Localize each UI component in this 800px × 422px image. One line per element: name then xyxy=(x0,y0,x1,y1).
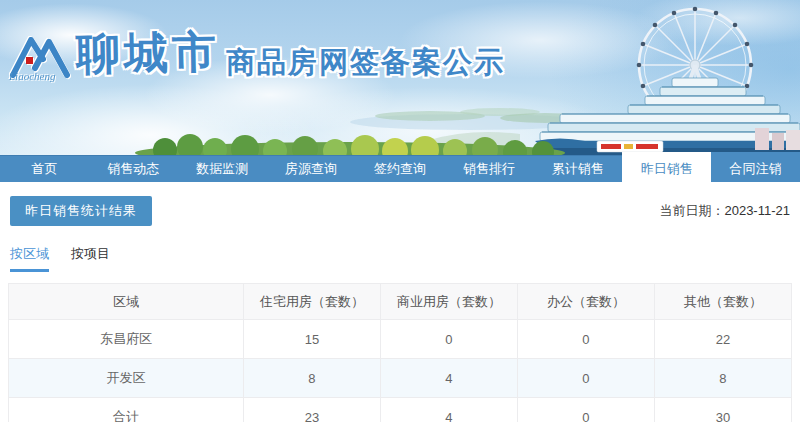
nav-item-home[interactable]: 首页 xyxy=(0,156,89,182)
section-title-badge: 昨日销售统计结果 xyxy=(10,196,152,226)
cell-value: 22 xyxy=(654,320,791,359)
col-header-residential: 住宅用房（套数） xyxy=(243,284,380,320)
main-content: 昨日销售统计结果 当前日期：2023-11-21 按区域 按项目 区域 住宅用房… xyxy=(0,182,800,422)
cell-value: 0 xyxy=(380,320,517,359)
cell-value: 15 xyxy=(243,320,380,359)
cell-region: 合计 xyxy=(9,398,244,422)
section-header: 昨日销售统计结果 当前日期：2023-11-21 xyxy=(0,182,800,226)
current-date-value: 2023-11-21 xyxy=(724,203,790,218)
svg-text:Liaocheng: Liaocheng xyxy=(8,70,56,82)
nav-item-total-sales[interactable]: 累计销售 xyxy=(533,156,622,182)
nav-item-sales-dynamics[interactable]: 销售动态 xyxy=(89,156,178,182)
main-nav: 首页 销售动态 数据监测 房源查询 签约查询 销售排行 累计销售 昨日销售 合同… xyxy=(0,155,800,182)
col-header-region: 区域 xyxy=(9,284,244,320)
col-header-commercial: 商业用房（套数） xyxy=(380,284,517,320)
cell-value: 4 xyxy=(380,359,517,398)
site-banner: Liaocheng 聊城市 商品房网签备案公示 xyxy=(0,0,800,155)
col-header-other: 其他（套数） xyxy=(654,284,791,320)
cell-value: 23 xyxy=(243,398,380,422)
nav-item-yesterday-sales[interactable]: 昨日销售 xyxy=(622,152,711,182)
logo-city-name: 聊城市 xyxy=(76,29,221,78)
cell-value: 8 xyxy=(654,359,791,398)
table-row: 东昌府区 15 0 0 22 xyxy=(9,320,792,359)
sales-table: 区域 住宅用房（套数） 商业用房（套数） 办公（套数） 其他（套数） 东昌府区 … xyxy=(8,283,792,422)
site-logo: Liaocheng 聊城市 商品房网签备案公示 xyxy=(8,30,505,82)
nav-item-contract-search[interactable]: 签约查询 xyxy=(356,156,445,182)
nav-item-contract-cancellation[interactable]: 合同注销 xyxy=(711,152,800,182)
nav-item-listing-search[interactable]: 房源查询 xyxy=(267,156,356,182)
cell-region: 开发区 xyxy=(9,359,244,398)
view-tabs: 按区域 按项目 xyxy=(0,245,800,272)
current-date: 当前日期：2023-11-21 xyxy=(659,202,790,220)
cell-value: 0 xyxy=(517,359,654,398)
page: Liaocheng 聊城市 商品房网签备案公示 首页 销售动态 数据监测 房源查… xyxy=(0,0,800,422)
nav-item-data-monitor[interactable]: 数据监测 xyxy=(178,156,267,182)
nav-item-sales-ranking[interactable]: 销售排行 xyxy=(444,156,533,182)
cell-value: 30 xyxy=(654,398,791,422)
cell-value: 8 xyxy=(243,359,380,398)
cell-value: 0 xyxy=(517,320,654,359)
tab-by-project[interactable]: 按项目 xyxy=(71,245,110,272)
col-header-office: 办公（套数） xyxy=(517,284,654,320)
table-row-total: 合计 23 4 0 30 xyxy=(9,398,792,422)
tab-by-region[interactable]: 按区域 xyxy=(10,245,49,272)
liaocheng-m-logo-icon: Liaocheng xyxy=(8,30,72,82)
site-title: 商品房网签备案公示 xyxy=(226,46,505,78)
table-header-row: 区域 住宅用房（套数） 商业用房（套数） 办公（套数） 其他（套数） xyxy=(9,284,792,320)
current-date-label: 当前日期： xyxy=(659,203,724,218)
table-row: 开发区 8 4 0 8 xyxy=(9,359,792,398)
cell-value: 4 xyxy=(380,398,517,422)
cell-value: 0 xyxy=(517,398,654,422)
cell-region: 东昌府区 xyxy=(9,320,244,359)
